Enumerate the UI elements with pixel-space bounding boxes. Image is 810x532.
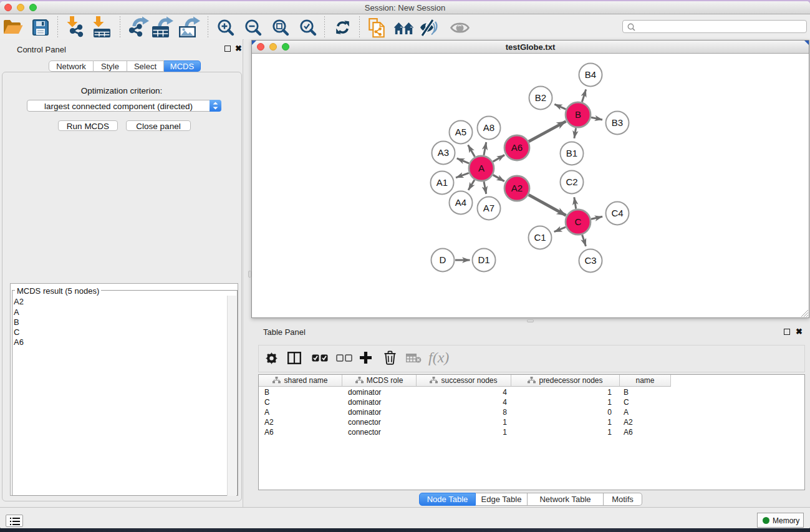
- svg-text:A7: A7: [483, 203, 494, 213]
- svg-text:B4: B4: [585, 69, 596, 80]
- svg-text:C: C: [575, 216, 582, 227]
- svg-text:B2: B2: [535, 92, 546, 103]
- svg-text:D: D: [440, 254, 446, 265]
- svg-text:C3: C3: [584, 255, 596, 266]
- svg-text:B: B: [575, 109, 581, 120]
- svg-text:A: A: [478, 163, 485, 173]
- svg-text:A6: A6: [511, 142, 523, 153]
- svg-text:A2: A2: [511, 183, 523, 193]
- svg-text:A4: A4: [455, 197, 466, 208]
- svg-text:C1: C1: [534, 232, 546, 243]
- svg-text:C4: C4: [611, 208, 623, 218]
- svg-text:B1: B1: [566, 148, 577, 158]
- svg-text:B3: B3: [612, 117, 623, 128]
- svg-text:A8: A8: [483, 122, 494, 133]
- svg-text:A5: A5: [455, 127, 466, 137]
- svg-text:A1: A1: [436, 177, 448, 188]
- svg-text:A3: A3: [438, 147, 449, 158]
- svg-text:C2: C2: [566, 177, 577, 187]
- svg-text:D1: D1: [478, 254, 489, 265]
